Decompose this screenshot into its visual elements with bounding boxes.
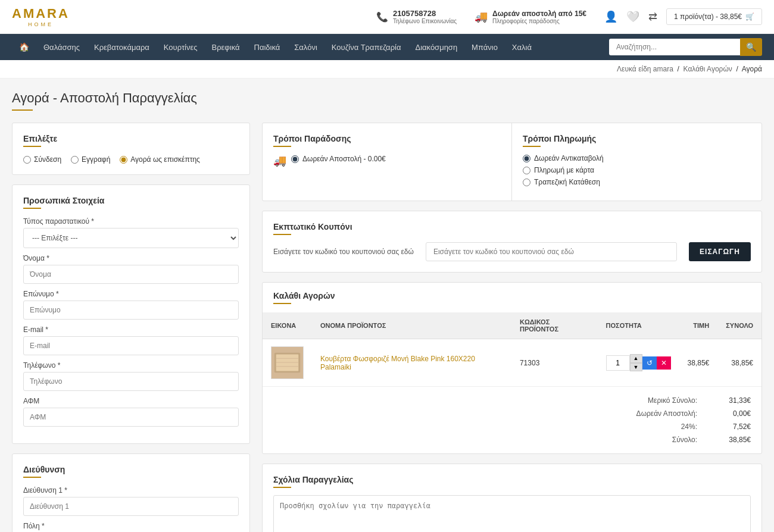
radio-register[interactable]: Εγγραφή [71,155,110,164]
address1-group: Διεύθυνση 1 * [23,486,239,516]
email-input[interactable] [23,336,239,355]
total-value: 38,85€ [709,436,751,444]
payment-bank-option[interactable]: Τραπεζική Κατάθεση [523,178,751,186]
cart-title: Καλάθι Αγορών [273,291,751,304]
coupon-input[interactable] [426,242,677,261]
cart-button[interactable]: 1 προϊόν(τα) - 38,85€ 🛒 [666,8,762,25]
qty-down-button[interactable]: ▼ [630,363,642,372]
product-image [271,346,304,379]
nav-item-kourtines[interactable]: Κουρτίνες [157,35,205,60]
delivery-free-option[interactable]: Δωρεάν Αποστολή - 0.00€ [291,155,386,163]
address1-input[interactable] [23,497,239,516]
table-row: Κουβέρτα Φωσφοριζέ Μονή Blake Pink 160X2… [263,339,761,387]
afm-input[interactable] [23,408,239,427]
nav-home[interactable]: 🏠 [12,34,36,60]
coupon-description: Εισάγετε τον κωδικό του κουπονιού σας εδ… [273,248,414,256]
nav-item-saloni[interactable]: Σαλόνι [287,35,324,60]
payment-bank-label: Τραπεζική Κατάθεση [534,178,600,186]
product-name-cell: Κουβέρτα Φωσφοριζέ Μονή Blake Pink 160X2… [312,339,511,387]
logo-sub: HOME [28,21,54,27]
delivery-section: Τρόποι Παράδοσης 🚚 Δωρεάν Αποστολή - 0.0… [263,123,512,201]
nav-item-mpanio[interactable]: Μπάνιο [464,35,505,60]
comments-textarea[interactable] [273,495,751,532]
breadcrumb: Λευκά είδη amara / Καλάθι Αγορών / Αγορά [0,60,774,79]
discount-value: 7,52€ [709,423,751,431]
phone-number: 2105758728 [393,9,457,18]
personal-info-title: Προσωπικά Στοιχεία [23,196,239,209]
truck-icon: 🚚 [273,154,286,167]
product-image-cell [263,339,312,387]
total-label: Σύνολο: [626,436,697,444]
col-name: ΟΝΟΜΑ ΠΡΟΪΟΝΤΟΣ [312,312,511,339]
col-price: ΤΙΜΗ [679,312,718,339]
qty-remove-button[interactable]: ✕ [657,356,671,370]
phone-input[interactable] [23,372,239,391]
account-icon[interactable]: 👤 [604,10,617,23]
payment-cod-label: Δωρεάν Αντικαταβολή [534,154,604,162]
radio-login[interactable]: Σύνδεση [23,155,61,164]
phone-field-label: Τηλέφωνο * [23,361,239,370]
discount-label: 24%: [626,423,697,431]
main-nav: 🏠 Θαλάσσης Κρεβατοκάμαρα Κουρτίνες Βρεφι… [0,34,774,60]
col-code: ΚΩΔΙΚΟΣ ΠΡΟΪΟΝΤΟΣ [511,312,598,339]
nav-item-thalassis[interactable]: Θαλάσσης [36,35,87,60]
lastname-group: Επώνυμο * [23,290,239,320]
col-total: ΣΥΝΟΛΟ [717,312,761,339]
address1-label: Διεύθυνση 1 * [23,486,239,495]
subtotal-label: Μερικό Σύνολο: [626,396,697,405]
delivery-icon: 🚚 [475,10,488,23]
subtotal-row: Μερικό Σύνολο: 31,33€ [273,394,751,407]
nav-item-xalia[interactable]: Χαλιά [505,35,539,60]
qty-up-button[interactable]: ▲ [630,354,642,363]
col-qty: ΠΟΣΟΤΗΤΑ [598,312,679,339]
qty-arrows: ▲ ▼ [630,354,642,372]
nav-item-krevatokamara[interactable]: Κρεβατοκάμαρα [87,35,157,60]
product-name-link[interactable]: Κουβέρτα Φωσφοριζέ Μονή Blake Pink 160X2… [320,355,475,371]
header-contact: 📞 2105758728 Τηλέφωνο Επικοινωνίας [376,9,457,24]
firstname-input[interactable] [23,265,239,284]
product-code-cell: 71303 [511,339,598,387]
nav-item-kouzina[interactable]: Κουζίνα Τραπεζαρία [324,35,408,60]
shipping-row: Δωρεάν Αποστολή: 0,00€ [273,407,751,420]
phone-icon: 📞 [376,11,388,23]
product-img-svg [271,346,303,379]
breadcrumb-link-kalathi[interactable]: Καλάθι Αγορών [684,65,732,73]
coupon-submit-button[interactable]: ΕΙΣΑΓΩΓΗ [689,242,751,261]
radio-guest[interactable]: Αγορά ως επισκέπτης [120,155,200,164]
lastname-input[interactable] [23,301,239,320]
afm-label: ΑΦΜ [23,397,239,405]
product-price-cell: 38,85€ [679,339,718,387]
qty-input[interactable] [606,355,630,371]
firstname-label: Όνομα * [23,254,239,262]
header-delivery: 🚚 Δωρεάν αποστολή από 15€ Πληροφορίες πα… [475,10,586,24]
payment-card-option[interactable]: Πληρωμή με κάρτα [523,166,751,174]
breadcrumb-link-leuka[interactable]: Λευκά είδη amara [617,65,673,73]
nav-item-paidika[interactable]: Παιδικά [247,35,288,60]
nav-item-vrefika[interactable]: Βρεφικά [204,35,246,60]
nav-item-diakosmisi[interactable]: Διακόσμηση [408,35,464,60]
compare-icon[interactable]: ⇄ [648,10,657,23]
wishlist-icon[interactable]: 🤍 [626,10,639,23]
col-image: ΕΙΚΟΝΑ [263,312,312,339]
receipt-type-label: Τύπος παραστατικού * [23,217,239,226]
main-grid: Επιλέξτε Σύνδεση Εγγραφή Αγορά ως επισκέ… [12,123,762,532]
qty-refresh-button[interactable]: ↺ [642,356,657,370]
afm-group: ΑΦΜ [23,397,239,427]
search-input[interactable] [609,39,740,55]
right-column: Τρόποι Παράδοσης 🚚 Δωρεάν Αποστολή - 0.0… [262,123,762,532]
cart-card: Καλάθι Αγορών ΕΙΚΟΝΑ ΟΝΟΜΑ ΠΡΟΪΟΝΤΟΣ ΚΩΔ… [262,282,762,454]
email-group: E-mail * [23,326,239,355]
delivery-option: 🚚 Δωρεάν Αποστολή - 0.00€ [273,154,501,167]
logo-text: AMARA [12,6,70,21]
comments-title: Σχόλια Παραγγελίας [273,475,751,488]
payment-cod-option[interactable]: Δωρεάν Αντικαταβολή [523,154,751,162]
logo[interactable]: AMARA HOME [12,6,70,27]
payment-title: Τρόποι Πληρωμής [523,134,751,147]
search-button[interactable]: 🔍 [740,38,762,56]
address-title: Διεύθυνση [23,465,239,478]
receipt-type-select[interactable]: --- Επιλέξτε --- [23,228,239,248]
header-info: 📞 2105758728 Τηλέφωνο Επικοινωνίας 🚚 Δωρ… [376,8,762,25]
radio-guest-label: Αγορά ως επισκέπτης [130,155,200,164]
product-total-cell: 38,85€ [717,339,761,387]
left-column: Επιλέξτε Σύνδεση Εγγραφή Αγορά ως επισκέ… [12,123,250,532]
